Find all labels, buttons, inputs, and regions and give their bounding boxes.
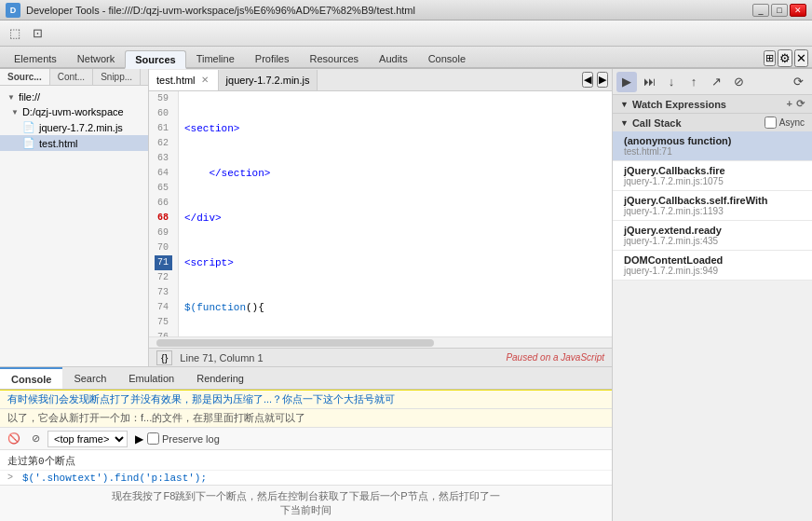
resume-button[interactable]: ▶ [616, 72, 637, 92]
close-button[interactable]: ✕ [790, 4, 806, 17]
tree-label: D:/qzj-uvm-workspace [22, 106, 124, 117]
tab-rendering[interactable]: Rendering [185, 367, 255, 389]
inspect-tool-button[interactable]: ⊡ [26, 23, 48, 44]
bottom-text-2: 下当前时间 [280, 504, 332, 515]
async-label: Async [779, 117, 805, 128]
line-num-64: 64 [155, 166, 172, 181]
code-editor: test.html ✕ jquery-1.7.2.min.js ◀ ▶ 59 [149, 69, 612, 366]
refresh-watch-button[interactable]: ⟳ [796, 98, 805, 110]
file-tree-tab-sources[interactable]: Sourc... [0, 69, 50, 85]
dock-button[interactable]: ⊞ [764, 50, 776, 66]
prev-location-button[interactable]: ◀ [582, 72, 593, 88]
banner-text: 有时候我们会发现断点打了并没有效果，那是因为压缩了...？你点一下这个大括号就可 [7, 393, 395, 404]
console-content: 走过第0个断点 > $('.showtext').find('p:last');… [0, 450, 612, 485]
console-banner: 有时候我们会发现断点打了并没有效果，那是因为压缩了...？你点一下这个大括号就可 [0, 390, 612, 409]
tree-label: file:// [19, 91, 40, 103]
code-line-61: </div> [183, 211, 612, 226]
watch-buttons: + ⟳ [787, 98, 805, 110]
file-icon: 📄 [22, 121, 35, 133]
line-num-75: 75 [155, 315, 172, 330]
code-content[interactable]: <section> </section> </div> <script> $(f… [179, 91, 612, 336]
devtools-tabbar: Elements Network Sources Timeline Profil… [0, 47, 812, 69]
close-tab-icon[interactable]: ✕ [199, 75, 210, 85]
line-num-59: 59 [155, 91, 172, 106]
code-line-62: <script> [183, 255, 612, 270]
tab-timeline[interactable]: Timeline [186, 48, 245, 67]
frame-selector[interactable]: <top frame> [47, 431, 128, 447]
bottom-info: 现在我按了F8跳到下一个断点，然后在控制台获取了下最后一个P节点，然后打印了一 … [0, 485, 612, 521]
cursor-position: Line 71, Column 1 [180, 352, 263, 363]
tree-item-jquery[interactable]: 📄 jquery-1.7.2.min.js [0, 119, 148, 135]
watch-section: ▼ Watch Expressions + ⟳ [613, 95, 812, 114]
tab-audits[interactable]: Audits [369, 48, 418, 67]
pause-exceptions-button[interactable]: ⊘ [728, 72, 749, 92]
maximize-button[interactable]: □ [771, 4, 788, 17]
tab-console[interactable]: Console [418, 48, 476, 67]
close-devtools-button[interactable]: ✕ [794, 49, 808, 67]
callstack-header[interactable]: ▼ Call Stack Async [613, 114, 812, 131]
tab-console-panel[interactable]: Console [0, 367, 62, 389]
step-over-button[interactable]: ⏭ [639, 72, 659, 92]
tab-search[interactable]: Search [62, 367, 117, 389]
tab-network[interactable]: Network [67, 48, 125, 67]
titlebar: D Developer Tools - file:///D:/qzj-uvm-w… [0, 0, 812, 21]
refresh-button[interactable]: ⟳ [788, 72, 808, 92]
filter-button[interactable]: ⊘ [28, 432, 44, 446]
code-tab-label: test.html [156, 75, 196, 86]
preserve-log-checkbox[interactable] [147, 432, 159, 445]
line-num-69: 69 [155, 226, 172, 240]
watch-label: Watch Expressions [632, 99, 726, 110]
clear-console-button[interactable]: 🚫 [4, 432, 24, 446]
add-watch-button[interactable]: + [787, 98, 792, 110]
code-line-60: </section> [183, 166, 612, 181]
async-toggle: Async [765, 117, 805, 129]
tab-profiles[interactable]: Profiles [245, 48, 300, 67]
code-tab-label: jquery-1.7.2.min.js [226, 75, 310, 86]
sources-area: Sourc... Cont... Snipp... ▼ file:// ▼ D:… [0, 69, 612, 367]
arrow-btn[interactable]: ▶ [135, 432, 143, 446]
minimize-button[interactable]: _ [752, 4, 769, 17]
file-tree-content: ▼ file:// ▼ D:/qzj-uvm-workspace 📄 jquer… [0, 86, 148, 155]
step-into-button[interactable]: ↓ [661, 72, 682, 92]
line-num-73: 73 [155, 285, 172, 300]
file-tree-tab-snippets[interactable]: Snipp... [93, 69, 141, 85]
tree-item-file-root[interactable]: ▼ file:// [0, 89, 148, 104]
file-tree-tab-content[interactable]: Cont... [50, 69, 93, 85]
app-icon: D [6, 3, 20, 18]
callstack-frame-1[interactable]: jQuery.Callbacks.fire jquery-1.7.2.min.j… [613, 161, 812, 191]
watch-arrow-icon: ▼ [620, 100, 629, 109]
callstack-frame-3[interactable]: jQuery.extend.ready jquery-1.7.2.min.js:… [613, 221, 812, 251]
deactivate-button[interactable]: ↗ [706, 72, 726, 92]
cursor-tool-button[interactable]: ⬚ [4, 23, 26, 44]
line-num-60: 60 [155, 106, 172, 121]
frame-loc: jquery-1.7.2.min.js:1193 [624, 206, 805, 216]
code-tab-jquery[interactable]: jquery-1.7.2.min.js [219, 70, 318, 90]
tree-item-workspace[interactable]: ▼ D:/qzj-uvm-workspace [0, 104, 148, 119]
window-title: Developer Tools - file:///D:/qzj-uvm-wor… [26, 5, 752, 16]
callstack-frame-0[interactable]: (anonymous function) test.html:71 [613, 131, 812, 161]
format-code-button[interactable]: {} [156, 350, 172, 365]
tab-elements[interactable]: Elements [4, 48, 67, 67]
tab-emulation[interactable]: Emulation [117, 367, 185, 389]
tab-resources[interactable]: Resources [299, 48, 369, 67]
code-area[interactable]: 59 60 61 62 63 64 65 66 68 69 70 71 [149, 91, 612, 336]
callstack-arrow-icon: ▼ [620, 118, 629, 128]
line-num-74: 74 [155, 300, 172, 315]
preserve-log-label: Preserve log [147, 432, 220, 445]
settings-button[interactable]: ⚙ [778, 49, 792, 67]
watch-expressions-header[interactable]: ▼ Watch Expressions + ⟳ [613, 95, 812, 113]
code-tab-testhtml[interactable]: test.html ✕ [149, 70, 219, 90]
async-checkbox[interactable] [765, 117, 777, 129]
callstack-section: ▼ Call Stack Async (anonymous function) … [613, 114, 812, 281]
file-tree: Sourc... Cont... Snipp... ▼ file:// ▼ D:… [0, 69, 149, 366]
callstack-frame-4[interactable]: DOMContentLoaded jquery-1.7.2.min.js:949 [613, 251, 812, 281]
tree-arrow-icon: ▼ [11, 108, 19, 117]
console-msg-2: > $('.showtext').find('p:last'); [0, 471, 612, 485]
tab-sources[interactable]: Sources [125, 50, 185, 69]
next-location-button[interactable]: ▶ [597, 72, 608, 88]
callstack-frame-2[interactable]: jQuery.Callbacks.self.fireWith jquery-1.… [613, 191, 812, 221]
tree-item-testhtml[interactable]: 📄 test.html [0, 135, 148, 151]
code-lines: 59 60 61 62 63 64 65 66 68 69 70 71 [149, 91, 612, 336]
horizontal-scrollbar[interactable] [149, 336, 612, 348]
step-out-button[interactable]: ↑ [683, 72, 704, 92]
